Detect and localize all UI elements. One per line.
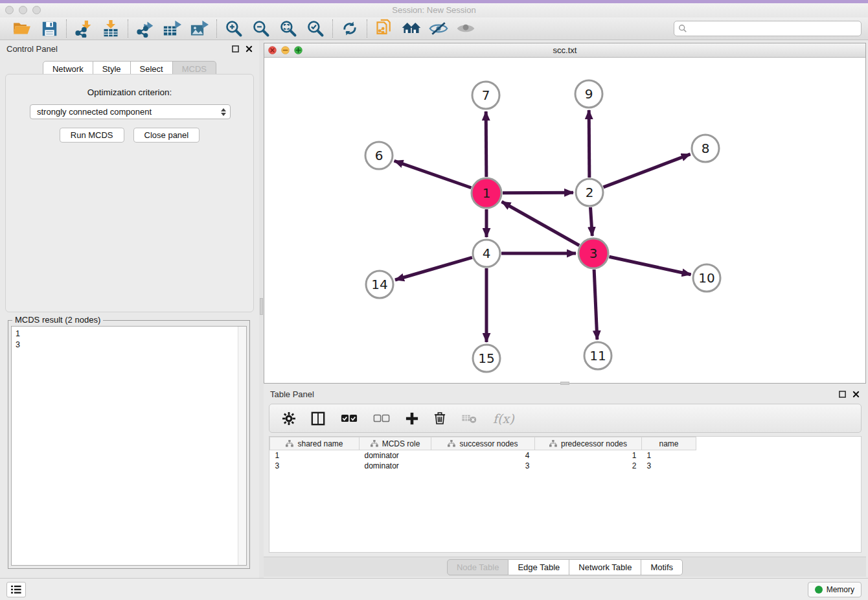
app-titlebar: Session: New Session [0,3,868,17]
close-panel-button[interactable]: Close panel [133,128,200,143]
network-window-titlebar[interactable]: scc.txt [264,43,865,58]
close-table-panel-icon[interactable] [852,391,860,398]
open-session-icon[interactable] [12,19,32,38]
column-header-label: shared name [297,439,343,448]
graph-edge-3-1[interactable] [502,202,580,245]
table-panel-title: Table Panel [270,389,839,399]
network-from-selection-icon[interactable] [374,19,394,38]
splitter-grip[interactable] [260,298,263,315]
graph-node-label: 15 [478,351,494,366]
graph-edge-2-3[interactable] [590,207,592,236]
export-network-icon[interactable] [135,19,155,38]
table-cell[interactable]: 1 [270,450,360,461]
mcds-result-box[interactable]: 1 3 [11,326,247,566]
graph-edge-1-7[interactable] [486,111,486,177]
gear-icon[interactable] [282,412,295,425]
table-cell[interactable]: dominator [360,461,431,471]
save-session-icon[interactable] [39,19,60,38]
graph-edge-2-8[interactable] [604,154,691,187]
graph-node-label: 4 [483,246,491,261]
table-cell[interactable]: 3 [431,461,535,471]
table-cell[interactable]: 1 [535,450,642,461]
select-all-columns-icon[interactable] [341,414,358,422]
table-cell[interactable]: 4 [431,450,535,461]
task-history-button[interactable] [6,582,26,597]
unselect-all-columns-icon[interactable] [373,414,390,422]
table-row[interactable]: 3dominator323 [270,461,696,471]
graph-edge-3-11[interactable] [594,270,597,340]
table-cell[interactable]: 1 [642,450,696,461]
import-network-icon[interactable] [73,19,94,38]
mcds-result-text: 1 3 [12,327,246,352]
tab-network-table[interactable]: Network Table [569,559,641,575]
column-header[interactable]: name [642,437,696,450]
graph-node-label: 1 [483,185,491,201]
vertical-splitter[interactable] [259,40,264,578]
delete-table-icon[interactable] [461,413,477,424]
float-panel-icon[interactable] [232,45,239,52]
table-tabs-bar: Node Table Edge Table Network Table Moti… [264,557,866,577]
export-table-icon[interactable] [162,19,183,38]
window-title: Session: New Session [0,5,868,15]
graph-node-label: 6 [375,148,383,163]
graph-node-label: 7 [482,87,490,103]
graph-edge-1-2[interactable] [503,192,573,193]
graph-edge-1-6[interactable] [394,161,472,188]
optimization-criterion-value: strongly connected component [37,107,152,117]
tab-node-table[interactable]: Node Table [447,559,509,575]
table-cell[interactable]: dominator [360,450,431,461]
import-table-icon[interactable] [100,19,121,38]
network-canvas[interactable]: 7968124314101511 [264,58,865,383]
graph-node-label: 11 [589,348,606,363]
tab-motifs[interactable]: Motifs [641,559,683,575]
list-icon [10,584,22,595]
run-mcds-button[interactable]: Run MCDS [60,128,124,143]
graph-edge-2-9[interactable] [589,110,589,178]
home-icon[interactable] [401,19,422,38]
column-header[interactable]: shared name [270,437,360,450]
control-panel: Control Panel Network Style Select MCDS … [0,40,259,578]
network-view-title: scc.txt [264,45,865,55]
graph-edge-4-14[interactable] [395,257,472,280]
zoom-fit-icon[interactable] [278,19,299,38]
graph-node-label: 10 [698,270,714,286]
add-column-icon[interactable] [405,412,418,425]
function-builder-icon[interactable]: f(x) [493,411,514,426]
show-all-icon[interactable] [455,19,476,38]
column-header-label: predecessor nodes [561,439,627,448]
column-header[interactable]: successor nodes [431,437,535,450]
split-view-icon[interactable] [311,411,325,426]
network-resize-grip[interactable] [560,382,569,385]
search-box[interactable] [674,21,862,36]
graph-edge-3-10[interactable] [609,257,691,274]
hide-selected-icon[interactable] [428,19,449,38]
table-row[interactable]: 1dominator411 [270,450,696,461]
table-cell[interactable]: 3 [270,461,360,471]
attribute-type-icon [448,440,455,447]
zoom-in-icon[interactable] [223,19,244,38]
graph-node-label: 8 [702,141,710,156]
float-table-panel-icon[interactable] [839,391,846,398]
delete-columns-icon[interactable] [434,411,446,425]
table-body: 1dominator4113dominator323 [270,450,696,471]
zoom-selected-icon[interactable] [305,19,326,38]
memory-button[interactable]: Memory [808,582,862,597]
node-table-grid: shared nameMCDS rolesuccessor nodesprede… [269,437,696,471]
result-scrollbar[interactable] [238,327,246,565]
close-panel-icon[interactable] [246,45,253,52]
table-cell[interactable]: 3 [642,461,696,471]
memory-status-icon [815,586,823,594]
column-header[interactable]: predecessor nodes [535,437,642,450]
graph-node-label: 3 [589,246,598,261]
attribute-type-icon [286,440,293,447]
network-graph: 7968124314101511 [264,58,865,383]
refresh-icon[interactable] [339,19,360,38]
search-input[interactable] [690,24,857,33]
export-image-icon[interactable] [189,19,210,38]
column-header[interactable]: MCDS role [360,437,431,450]
column-header-label: MCDS role [382,439,420,448]
zoom-out-icon[interactable] [251,19,271,38]
tab-edge-table[interactable]: Edge Table [508,559,569,575]
table-cell[interactable]: 2 [535,461,642,471]
optimization-criterion-select[interactable]: strongly connected component [30,104,231,119]
